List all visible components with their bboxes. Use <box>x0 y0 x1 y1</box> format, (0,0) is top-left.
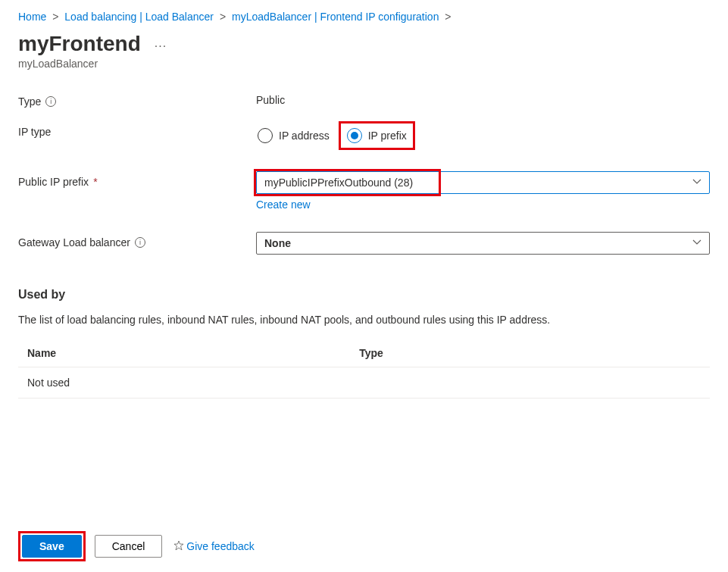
radio-unchecked-icon <box>258 128 273 143</box>
chevron-right-icon: > <box>52 11 58 23</box>
type-label: Type <box>18 95 41 108</box>
chevron-down-icon <box>692 237 701 249</box>
used-by-description: The list of load balancing rules, inboun… <box>18 314 710 326</box>
footer: Save Cancel Give feedback <box>0 520 728 572</box>
highlight-box: Save <box>18 531 86 561</box>
radio-ip-address-label: IP address <box>279 130 330 142</box>
required-indicator: * <box>93 176 97 188</box>
radio-checked-icon <box>347 128 362 143</box>
form: Type i Public IP type IP address IP pref… <box>0 91 728 255</box>
page-subtitle: myLoadBalancer <box>0 56 728 91</box>
public-ip-prefix-value: myPublicIPPrefixOutbound (28) <box>264 177 413 189</box>
give-feedback-link[interactable]: Give feedback <box>174 540 255 552</box>
chevron-right-icon: > <box>445 11 451 23</box>
radio-ip-prefix[interactable]: IP prefix <box>345 125 408 146</box>
breadcrumb-home[interactable]: Home <box>18 11 46 23</box>
feedback-icon <box>174 541 183 552</box>
breadcrumb-load-balancer[interactable]: Load balancing | Load Balancer <box>64 11 214 23</box>
cell-type <box>350 367 710 399</box>
gateway-lb-select[interactable]: None <box>256 232 710 255</box>
info-icon[interactable]: i <box>135 237 145 248</box>
radio-ip-prefix-label: IP prefix <box>368 130 407 142</box>
table-header-row: Name Type <box>18 339 710 367</box>
table-row: Not used <box>18 367 710 399</box>
col-name: Name <box>18 339 350 367</box>
give-feedback-label: Give feedback <box>186 540 255 552</box>
cell-name: Not used <box>18 367 350 399</box>
radio-ip-address[interactable]: IP address <box>256 125 331 146</box>
ip-type-radio-group: IP address IP prefix <box>256 121 710 150</box>
breadcrumb: Home > Load balancing | Load Balancer > … <box>0 0 728 29</box>
gateway-lb-value: None <box>264 237 291 249</box>
ip-type-label: IP type <box>18 126 51 138</box>
page-title: myFrontend <box>18 32 141 56</box>
save-button[interactable]: Save <box>22 535 82 558</box>
chevron-right-icon: > <box>220 11 226 23</box>
chevron-down-icon <box>692 177 701 189</box>
used-by-heading: Used by <box>18 288 710 302</box>
gateway-lb-label: Gateway Load balancer <box>18 236 130 248</box>
public-ip-prefix-label: Public IP prefix <box>18 176 89 188</box>
info-icon[interactable]: i <box>45 96 56 107</box>
create-new-link[interactable]: Create new <box>256 198 311 211</box>
col-type: Type <box>350 339 710 367</box>
used-by-table: Name Type Not used <box>18 339 710 399</box>
highlight-box: IP prefix <box>339 121 415 150</box>
used-by-section: Used by The list of load balancing rules… <box>0 268 728 399</box>
cancel-button[interactable]: Cancel <box>95 535 163 558</box>
public-ip-prefix-select[interactable]: myPublicIPPrefixOutbound (28) <box>256 171 710 194</box>
more-actions-button[interactable]: ··· <box>155 35 167 53</box>
type-value: Public <box>256 91 710 106</box>
breadcrumb-frontend-ip[interactable]: myLoadBalancer | Frontend IP configurati… <box>232 11 439 23</box>
